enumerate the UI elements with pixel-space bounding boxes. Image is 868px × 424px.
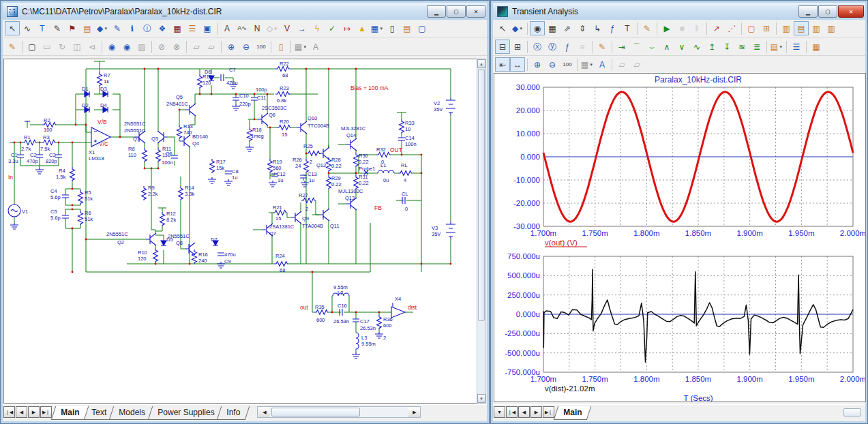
schematic-vscrollbar[interactable]: ▲ ▼ xyxy=(477,59,486,404)
hscroll-right-icon[interactable]: ▶ xyxy=(408,407,420,417)
hscroll-thumb[interactable] xyxy=(271,408,360,417)
text-list-icon[interactable]: ☰ xyxy=(185,21,200,35)
cancel-icon[interactable]: ⊗ xyxy=(169,40,184,54)
find-repeat-icon[interactable]: ◉ xyxy=(119,40,134,54)
go-to-performance-icon[interactable]: ƒ xyxy=(560,40,575,54)
cursor-next-icon[interactable]: ⇥ xyxy=(614,40,629,54)
panel-grid-icon[interactable]: ▦▼ xyxy=(293,40,308,54)
link-mode-icon[interactable]: ❖ xyxy=(155,21,170,35)
grid-toggle-icon[interactable]: ▦▼ xyxy=(370,21,385,35)
watch-list-icon[interactable]: ☰ xyxy=(789,40,804,54)
current-probe-icon[interactable]: → xyxy=(295,21,310,35)
tab-main[interactable]: Main xyxy=(51,406,89,420)
pause-icon[interactable]: ‖ xyxy=(689,21,704,35)
scroll-down-icon[interactable]: ▼ xyxy=(477,394,485,403)
zoom-scale-icon[interactable]: 100 xyxy=(560,57,575,72)
font-icon[interactable]: A xyxy=(595,57,610,72)
help-mode-icon[interactable]: ⓘ xyxy=(140,21,155,35)
cursor-high-icon[interactable]: ∧ xyxy=(659,40,674,54)
minimize-button[interactable]: ▁ xyxy=(427,5,446,18)
plot-area[interactable]: -30.000-20.000-10.0000.00010.00020.00030… xyxy=(494,73,866,402)
align-both-icon[interactable]: ↔ xyxy=(510,57,525,72)
shapes-menu-icon[interactable]: ◆▼ xyxy=(510,21,525,35)
tab-info[interactable]: Info xyxy=(217,406,250,420)
tab-last-icon[interactable]: ▶❘ xyxy=(543,406,554,418)
tab-power-supplies[interactable]: Power Supplies xyxy=(148,406,224,420)
rotate-icon[interactable]: ↻ xyxy=(55,40,70,54)
cursor-all-icon[interactable]: ≣ xyxy=(749,40,764,54)
annotate-icon[interactable]: ✎ xyxy=(110,21,125,35)
tag-point-icon[interactable]: ↳ xyxy=(590,21,605,35)
border-select-icon[interactable]: ▢ xyxy=(415,21,430,35)
close-button[interactable]: ✕ xyxy=(466,5,485,18)
properties-icon[interactable]: ✎ xyxy=(640,21,655,35)
tab-first-icon[interactable]: ❘◀ xyxy=(506,406,518,418)
schematic-hscrollbar[interactable]: ◀ ▶ xyxy=(257,406,421,418)
legend-label[interactable]: v(dist)-21.02m xyxy=(545,384,595,393)
zoom-in-icon[interactable]: ⊕ xyxy=(530,57,545,72)
maximize-button[interactable]: ▢ xyxy=(447,5,466,18)
numeric-output-icon[interactable]: ▦ xyxy=(809,40,824,54)
clipboard-icon[interactable]: ▤▼ xyxy=(769,40,784,54)
go-to-branch-icon[interactable]: ≡ xyxy=(575,40,590,54)
vertical-tag-icon[interactable]: ⊞ xyxy=(510,40,525,54)
cursor-global-low-icon[interactable]: ↧ xyxy=(719,40,734,54)
cursor-global-high-icon[interactable]: ↥ xyxy=(704,40,719,54)
tab-prev-icon[interactable]: ◀ xyxy=(518,406,530,418)
vertical-scale-icon[interactable]: ⇕ xyxy=(575,21,590,35)
left-panels-icon[interactable]: ▥ xyxy=(809,21,824,35)
horizontal-scale-icon[interactable]: ⇗ xyxy=(560,21,575,35)
power-probe-icon[interactable]: ϟ xyxy=(310,21,325,35)
select-area-icon[interactable]: ▢ xyxy=(25,40,40,54)
step-box-icon[interactable]: ▨ xyxy=(134,40,149,54)
tab-next-icon[interactable]: ▶ xyxy=(530,406,542,418)
cursor-peak-icon[interactable]: ⌒ xyxy=(629,40,644,54)
tab-prev-icon[interactable]: ◀ xyxy=(16,406,27,418)
copy-back-icon[interactable]: ▱ xyxy=(204,40,219,54)
stacked-panels-icon[interactable]: ▤ xyxy=(794,21,809,35)
tab-first-icon[interactable]: ❘◀ xyxy=(3,406,15,418)
test-point-icon[interactable]: ↦ xyxy=(340,21,355,35)
wire-mode-icon[interactable]: ∿ xyxy=(20,21,35,35)
cursor-valley-icon[interactable]: ⌣ xyxy=(644,40,659,54)
model-editor-icon[interactable]: ▦ xyxy=(170,21,185,35)
edit-waveform-icon[interactable]: ✎ xyxy=(595,40,610,54)
go-to-x-icon[interactable]: ⓧ xyxy=(530,40,545,54)
node-voltages-icon[interactable]: V xyxy=(280,21,295,35)
panel-grid-icon[interactable]: ▦▼ xyxy=(580,57,595,72)
font-icon[interactable]: A xyxy=(308,40,323,54)
new-page-icon[interactable]: ▯ xyxy=(385,21,400,35)
find-icon[interactable]: ◉ xyxy=(104,40,119,54)
warning-slope-icon[interactable]: ▲ xyxy=(355,21,370,35)
close-button[interactable]: ✕ xyxy=(838,5,864,18)
info-circle-icon[interactable]: ⊘ xyxy=(154,40,169,54)
text-mode-icon[interactable]: T xyxy=(35,21,50,35)
node-numbers-icon[interactable]: N xyxy=(250,21,265,35)
send-back-icon[interactable]: ▱ xyxy=(629,57,644,72)
zoom-in-icon[interactable]: ⊕ xyxy=(224,40,239,54)
hscroll-left-icon[interactable]: ◀ xyxy=(258,407,270,417)
select-icon[interactable]: ↖ xyxy=(5,21,20,35)
text-mode-icon[interactable]: T xyxy=(620,21,635,35)
shape-box-icon[interactable]: ▭ xyxy=(40,40,55,54)
bring-front-icon[interactable]: ▱ xyxy=(614,57,629,72)
tab-next-icon[interactable]: ▶ xyxy=(28,406,40,418)
attribute-text-icon[interactable]: A xyxy=(220,21,235,35)
right-titlebar[interactable]: Transient Analysis ▁ ▢ ✕ xyxy=(493,3,865,20)
tab-last-icon[interactable]: ▶❘ xyxy=(40,406,52,418)
formula-icon[interactable]: ƒ xyxy=(605,21,620,35)
scale-mode-icon[interactable]: ◉ xyxy=(530,21,545,35)
minimize-button[interactable]: ▁ xyxy=(798,5,818,18)
scroll-up-icon[interactable]: ▲ xyxy=(477,59,485,68)
properties-icon[interactable]: ✎ xyxy=(5,40,20,54)
graphics-mode-icon[interactable]: ✎ xyxy=(50,21,65,35)
cursor-inflection-icon[interactable]: ∿ xyxy=(689,40,704,54)
run-icon[interactable]: ▶ xyxy=(659,21,674,35)
zoom-out-icon[interactable]: ⊖ xyxy=(239,40,254,54)
select-icon[interactable]: ↖ xyxy=(495,21,510,35)
checklist-icon[interactable]: ▣ xyxy=(200,21,215,35)
zoom-scale-icon[interactable]: 100 xyxy=(254,40,269,54)
mirror-icon[interactable]: ◫ xyxy=(70,40,85,54)
cursor-line-icon[interactable]: ↗ xyxy=(709,21,724,35)
schematic-canvas[interactable]: R2100R12.7kR37.5kC13.3uC2470pC3820pV1R71… xyxy=(3,59,479,404)
